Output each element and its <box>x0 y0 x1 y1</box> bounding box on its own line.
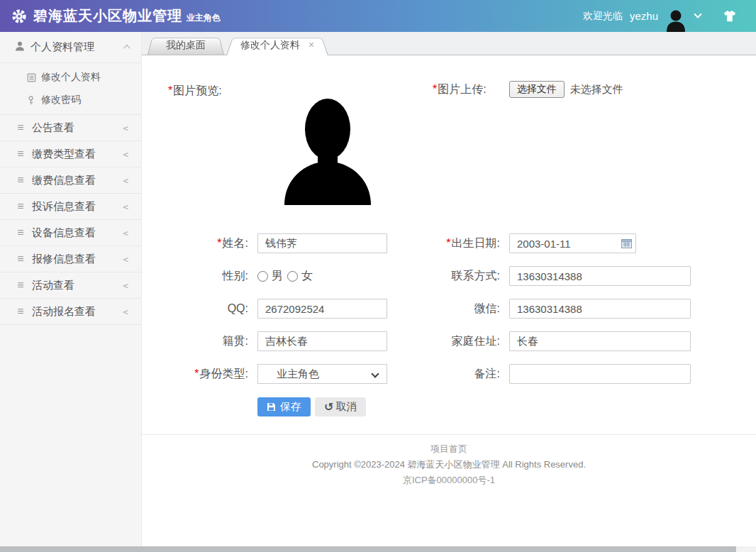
cancel-button-label: 取消 <box>335 400 357 414</box>
gender-male-label: 男 <box>272 269 283 284</box>
sidebar-subitem-change-password[interactable]: 修改密码 <box>0 89 141 111</box>
sidebar-item-complaint-info-view[interactable]: ≡ 投诉信息查看 < <box>0 194 141 220</box>
required-mark: * <box>194 368 199 380</box>
identity-selected-value: 业主角色 <box>277 368 319 380</box>
undo-icon: ↺ <box>324 400 333 414</box>
remark-input[interactable] <box>509 364 691 384</box>
save-button[interactable]: 保存 <box>257 397 311 416</box>
required-mark: * <box>446 237 450 249</box>
form-actions: 保存 ↺ 取消 <box>257 397 366 416</box>
sidebar-item-payment-type-view[interactable]: ≡ 缴费类型查看 < <box>0 141 141 167</box>
horizontal-scrollbar <box>0 546 756 552</box>
footer-icp: 京ICP备00000000号-1 <box>142 473 756 488</box>
birth-date-input[interactable] <box>509 233 636 253</box>
key-icon <box>27 96 38 105</box>
app-title: 碧海蓝天小区物业管理 <box>33 6 182 26</box>
gender-male-radio[interactable] <box>257 271 268 282</box>
required-mark: * <box>168 84 172 96</box>
chevron-left-icon: < <box>123 254 128 265</box>
footer-copyright: Copyright ©2023-2024 碧海蓝天小区物业管理 All Righ… <box>142 457 756 473</box>
footer-home-link[interactable]: 项目首页 <box>142 441 756 457</box>
identity-type-label: *身份类型: <box>142 367 248 382</box>
chevron-left-icon: < <box>123 123 128 133</box>
tab-my-desktop[interactable]: 我的桌面 <box>148 35 224 55</box>
person-icon <box>14 41 26 53</box>
sidebar-item-notice-view[interactable]: ≡ 公告查看 < <box>0 115 141 141</box>
tab-label: 我的桌面 <box>166 39 206 50</box>
menu-icon: ≡ <box>14 121 27 134</box>
document-edit-icon <box>27 73 38 82</box>
calendar-icon[interactable] <box>621 238 632 251</box>
required-mark: * <box>217 237 221 249</box>
no-file-chosen-text: 未选择文件 <box>570 83 623 96</box>
sidebar-item-label: 报修信息查看 <box>32 253 96 266</box>
sidebar-subitem-label: 修改个人资料 <box>41 71 101 84</box>
gender-female-radio[interactable] <box>287 271 298 282</box>
name-label: *姓名: <box>142 236 248 251</box>
chevron-left-icon: < <box>123 280 128 291</box>
image-preview-label: *图片预览: <box>168 84 222 99</box>
tab-edit-profile[interactable]: 修改个人资料× <box>226 35 328 55</box>
chevron-up-icon <box>123 45 130 52</box>
sidebar-item-activity-view[interactable]: ≡ 活动查看 < <box>0 272 141 299</box>
sidebar-item-label: 个人资料管理 <box>30 40 94 54</box>
sidebar-item-activity-signup-view[interactable]: ≡ 活动报名查看 < <box>0 299 141 325</box>
user-avatar-icon[interactable] <box>665 9 686 32</box>
menu-icon: ≡ <box>14 200 27 213</box>
remark-label: 备注: <box>396 367 500 382</box>
chevron-down-icon[interactable] <box>694 10 701 18</box>
sidebar-item-repair-info-view[interactable]: ≡ 报修信息查看 < <box>0 246 141 272</box>
contact-input[interactable] <box>509 266 691 286</box>
sidebar-item-label: 缴费信息查看 <box>32 174 96 187</box>
name-input[interactable] <box>257 233 387 253</box>
qq-label: QQ: <box>142 302 248 315</box>
sidebar-submenu-profile: 修改个人资料 修改密码 <box>0 63 141 115</box>
sidebar-item-label: 设备信息查看 <box>32 226 96 240</box>
menu-icon: ≡ <box>14 226 27 239</box>
sidebar-item-label: 公告查看 <box>32 121 74 135</box>
chevron-left-icon: < <box>123 149 128 160</box>
sidebar-item-equipment-info-view[interactable]: ≡ 设备信息查看 < <box>0 220 141 246</box>
sidebar-subitem-edit-profile[interactable]: 修改个人资料 <box>0 66 141 89</box>
page-footer: 项目首页 Copyright ©2023-2024 碧海蓝天小区物业管理 All… <box>142 435 756 488</box>
chevron-left-icon: < <box>123 307 128 317</box>
horizontal-scrollbar-thumb[interactable] <box>0 546 736 552</box>
save-button-label: 保存 <box>280 400 301 414</box>
role-badge: 业主角色 <box>187 12 221 24</box>
welcome-text: 欢迎光临 <box>583 10 623 23</box>
identity-type-select[interactable]: 业主角色 <box>257 364 387 384</box>
birth-date-label: *出生日期: <box>396 236 500 251</box>
sidebar-subitem-label: 修改密码 <box>41 94 81 106</box>
gear-icon <box>11 9 27 24</box>
menu-icon: ≡ <box>14 174 27 187</box>
brand: 碧海蓝天小区物业管理 业主角色 <box>11 6 221 26</box>
image-upload-label: *图片上传: <box>433 82 487 97</box>
sidebar-item-label: 投诉信息查看 <box>32 200 96 214</box>
chevron-left-icon: < <box>123 202 128 212</box>
main-area: *图片预览: *图片上传: 选择文件 未选择文件 *姓名: *出生日期: <box>142 55 756 488</box>
gender-female-label: 女 <box>301 269 313 284</box>
chevron-left-icon: < <box>123 228 128 238</box>
username: yezhu <box>630 10 658 22</box>
hometown-input[interactable] <box>257 331 387 351</box>
choose-file-button[interactable]: 选择文件 <box>509 81 565 98</box>
tab-close-icon[interactable]: × <box>308 39 314 50</box>
qq-input[interactable] <box>257 299 387 319</box>
profile-photo-preview <box>274 96 381 205</box>
header-right: 欢迎光临 yezhu <box>583 0 738 32</box>
sidebar-item-profile-management[interactable]: 个人资料管理 <box>0 32 141 63</box>
required-mark: * <box>433 83 437 95</box>
wechat-label: 微信: <box>396 302 500 316</box>
sidebar-item-label: 缴费类型查看 <box>32 148 96 161</box>
image-upload-row: *图片上传: 选择文件 未选择文件 <box>433 81 623 98</box>
theme-tshirt-icon[interactable] <box>722 9 738 23</box>
sidebar-item-label: 活动报名查看 <box>32 305 96 319</box>
cancel-button[interactable]: ↺ 取消 <box>315 397 366 416</box>
wechat-input[interactable] <box>509 299 691 319</box>
gender-label: 性别: <box>142 269 248 284</box>
sidebar-item-payment-info-view[interactable]: ≡ 缴费信息查看 < <box>0 167 141 194</box>
hometown-label: 籍贯: <box>142 334 248 349</box>
menu-icon: ≡ <box>14 148 27 160</box>
address-label: 家庭住址: <box>396 334 500 349</box>
address-input[interactable] <box>509 331 691 351</box>
